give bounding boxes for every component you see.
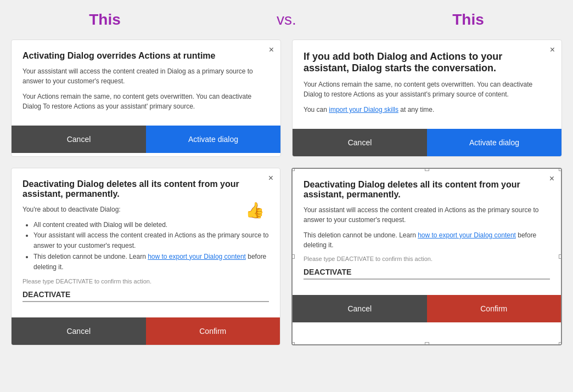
handle-tr[interactable] xyxy=(559,168,562,171)
dialog1-cancel-button[interactable]: Cancel xyxy=(12,126,146,153)
dialog4: × Deactivating Dialog deletes all its co… xyxy=(291,168,562,345)
dialog1-activate-button[interactable]: Activate dialog xyxy=(146,126,280,153)
dialog3-footer: Cancel Confirm xyxy=(12,317,280,345)
dialog4-text1: Your assistant will access the content c… xyxy=(304,205,550,225)
handle-bm[interactable] xyxy=(425,342,429,345)
dialog4-link[interactable]: how to export your Dialog content xyxy=(418,231,516,239)
bullet3: This deletion cannot be undone. Learn ho… xyxy=(33,252,269,272)
bottom-row: × 👍 Deactivating Dialog deletes all its … xyxy=(11,168,562,345)
header-this-left: This xyxy=(89,11,121,29)
dialog1-title: Activating Dialog overrides Actions at r… xyxy=(23,51,269,61)
dialog1-text1: Your asssistant will access the content … xyxy=(23,66,269,86)
bullet1: All content created with Dialog will be … xyxy=(33,220,269,230)
handle-br[interactable] xyxy=(559,342,562,345)
dialog2: × If you add both Dialog and Actions to … xyxy=(292,39,562,157)
dialog2-text1: Your Actions remain the same, no content… xyxy=(304,79,550,99)
dialog2-activate-button[interactable]: Activate dialog xyxy=(427,129,561,156)
dialog4-body: × Deactivating Dialog deletes all its co… xyxy=(293,169,561,295)
dialog3-intro: You're about to deactivate Dialog: xyxy=(23,204,269,214)
dialog4-close-button[interactable]: × xyxy=(549,174,554,183)
dialog3-cancel-button[interactable]: Cancel xyxy=(12,317,146,345)
header: This vs. This xyxy=(11,11,562,29)
dialog4-confirm-button[interactable]: Confirm xyxy=(427,295,561,322)
dialog2-close-button[interactable]: × xyxy=(550,46,555,54)
dialog3-body: × 👍 Deactivating Dialog deletes all its … xyxy=(12,168,280,317)
thumbs-up-icon: 👍 xyxy=(245,201,265,219)
dialog4-text2: This deletion cannot be undone. Learn ho… xyxy=(304,230,550,250)
dialog3-title: Deactivating Dialog deletes all its cont… xyxy=(23,179,269,199)
handle-tl[interactable] xyxy=(291,168,295,171)
dialog2-link[interactable]: import your Dialog skills xyxy=(329,106,398,113)
dialog4-cancel-button[interactable]: Cancel xyxy=(293,295,427,322)
handle-mr[interactable] xyxy=(559,254,562,259)
dialog4-confirm-label: Please type DEACTIVATE to confirm this a… xyxy=(304,255,550,262)
bullet2: Your assistant will access the content c… xyxy=(33,230,269,251)
dialog3-deactivate-input[interactable] xyxy=(23,288,269,302)
dialog3-bullets: All content created with Dialog will be … xyxy=(23,220,269,272)
handle-ml[interactable] xyxy=(291,254,295,259)
dialog1-close-button[interactable]: × xyxy=(269,46,274,54)
handle-tm[interactable] xyxy=(425,168,429,171)
dialog3-close-button[interactable]: × xyxy=(268,174,273,183)
dialog1-body: × Activating Dialog overrides Actions at… xyxy=(12,40,280,126)
dialog2-text2: You can import your Dialog skills at any… xyxy=(304,105,550,115)
dialog4-title: Deactivating Dialog deletes all its cont… xyxy=(304,180,550,200)
dialog3-confirm-button[interactable]: Confirm xyxy=(146,317,280,345)
dialog1-text2: Your Actions remain the same, no content… xyxy=(23,92,269,111)
dialog2-footer: Cancel Activate dialog xyxy=(293,129,561,156)
dialog3: × 👍 Deactivating Dialog deletes all its … xyxy=(11,168,280,345)
dialog4-deactivate-input[interactable] xyxy=(304,265,550,280)
dialog2-body: × If you add both Dialog and Actions to … xyxy=(293,40,561,129)
dialog4-footer: Cancel Confirm xyxy=(293,295,561,322)
dialog2-title: If you add both Dialog and Actions to yo… xyxy=(304,51,550,74)
header-vs: vs. xyxy=(277,11,296,29)
handle-bl[interactable] xyxy=(291,342,295,345)
header-this-right: This xyxy=(452,11,484,29)
dialog2-cancel-button[interactable]: Cancel xyxy=(293,129,427,156)
dialog1: × Activating Dialog overrides Actions at… xyxy=(11,39,281,157)
dialog3-confirm-label: Please type DEACTIVATE to confirm this a… xyxy=(23,278,269,285)
dialog1-footer: Cancel Activate dialog xyxy=(12,126,280,153)
top-row: × Activating Dialog overrides Actions at… xyxy=(11,39,562,157)
dialog3-link[interactable]: how to export your Dialog content xyxy=(148,253,246,260)
